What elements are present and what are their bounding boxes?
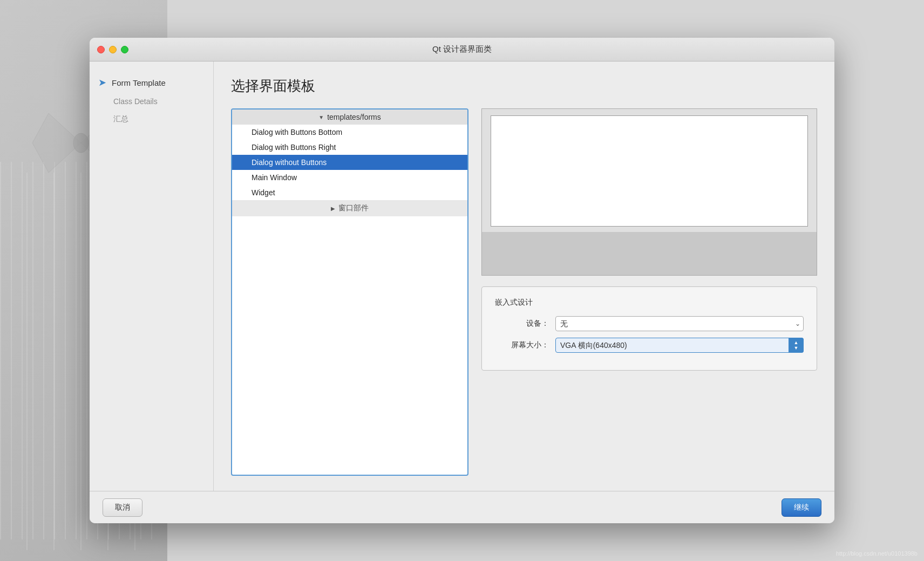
window-widgets-header[interactable]: ▶ 窗口部件 <box>232 200 467 216</box>
sidebar-item-form-template[interactable]: ➤ Form Template <box>90 72 213 93</box>
sidebar-item-class-details[interactable]: Class Details <box>90 93 213 110</box>
templates-forms-label: templates/forms <box>327 113 381 121</box>
template-item-main-window[interactable]: Main Window <box>232 170 467 185</box>
template-item-dialog-buttons-bottom[interactable]: Dialog with Buttons Bottom <box>232 125 467 140</box>
device-row: 设备： 无 ⌄ <box>495 316 804 331</box>
templates-forms-header[interactable]: ▼ templates/forms <box>232 110 467 125</box>
device-label: 设备： <box>495 319 549 329</box>
sidebar-label-class-details: Class Details <box>98 97 158 106</box>
window-title: Qt 设计器界面类 <box>432 44 492 54</box>
close-button[interactable] <box>97 46 105 53</box>
embed-section: 嵌入式设计 设备： 无 ⌄ 屏幕大小： <box>481 286 817 371</box>
device-select[interactable]: 无 <box>555 316 804 331</box>
minimize-button[interactable] <box>109 46 117 53</box>
arrow-right-icon: ➤ <box>98 77 106 88</box>
template-item-label: Main Window <box>252 173 297 182</box>
template-preview <box>481 108 817 276</box>
template-item-label: Widget <box>252 188 275 197</box>
sidebar-label-summary: 汇总 <box>98 114 128 124</box>
right-panel: 嵌入式设计 设备： 无 ⌄ 屏幕大小： <box>481 108 817 476</box>
svg-point-0 <box>73 133 89 153</box>
watermark: http://blog.csdn.net/u0101398b <box>836 550 918 557</box>
collapsed-arrow-icon: ▶ <box>331 206 335 211</box>
titlebar-controls <box>97 46 128 53</box>
embed-section-title: 嵌入式设计 <box>495 298 804 307</box>
template-item-widget[interactable]: Widget <box>232 185 467 200</box>
expand-arrow-icon: ▼ <box>318 114 324 120</box>
sidebar: ➤ Form Template Class Details 汇总 <box>90 61 214 491</box>
preview-inner-area <box>482 232 817 275</box>
window-widgets-label: 窗口部件 <box>338 203 369 213</box>
template-item-dialog-no-buttons[interactable]: Dialog without Buttons <box>232 155 467 170</box>
sidebar-item-summary[interactable]: 汇总 <box>90 110 213 128</box>
sidebar-label-form-template: Form Template <box>112 78 166 87</box>
template-item-label: Dialog with Buttons Bottom <box>252 128 342 136</box>
template-item-label: Dialog with Buttons Right <box>252 143 336 152</box>
continue-button[interactable]: 继续 <box>782 498 821 517</box>
maximize-button[interactable] <box>121 46 128 53</box>
cancel-button[interactable]: 取消 <box>103 498 142 517</box>
page-title: 选择界面模板 <box>231 77 817 95</box>
template-item-dialog-buttons-right[interactable]: Dialog with Buttons Right <box>232 140 467 155</box>
screen-select-stepper-icon[interactable]: ▲ ▼ <box>789 338 804 353</box>
titlebar: Qt 设计器界面类 <box>90 38 834 61</box>
main-dialog: Qt 设计器界面类 ➤ Form Template Class Details … <box>90 38 834 523</box>
screen-select-wrapper: VGA 横向(640x480) ▲ ▼ <box>555 338 804 353</box>
list-empty-area <box>232 216 467 389</box>
template-item-label: Dialog without Buttons <box>252 158 327 167</box>
screen-label: 屏幕大小： <box>495 340 549 350</box>
main-content: 选择界面模板 ▼ templates/forms Dialog with But… <box>214 61 834 491</box>
device-select-wrapper: 无 ⌄ <box>555 316 804 331</box>
screen-select[interactable]: VGA 横向(640x480) <box>555 338 804 353</box>
preview-dialog-mock <box>491 115 808 227</box>
template-list: ▼ templates/forms Dialog with Buttons Bo… <box>231 108 468 476</box>
content-area: ▼ templates/forms Dialog with Buttons Bo… <box>231 108 817 476</box>
dialog-body: ➤ Form Template Class Details 汇总 选择界面模板 … <box>90 61 834 491</box>
screen-size-row: 屏幕大小： VGA 横向(640x480) ▲ ▼ <box>495 338 804 353</box>
bottom-bar: 取消 继续 <box>90 491 834 523</box>
